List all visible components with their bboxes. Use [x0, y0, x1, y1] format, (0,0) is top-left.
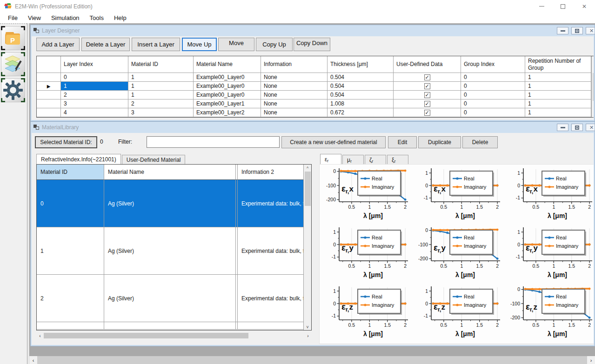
user-defined-cell[interactable]: ✓	[394, 99, 461, 108]
repetition-cell[interactable]: 1	[525, 73, 591, 82]
layer-designer-titlebar[interactable]: Layer Designer	[31, 25, 595, 36]
information-cell[interactable]: None	[261, 73, 328, 82]
column-header[interactable]: Material ID	[128, 56, 194, 73]
material-id-cell[interactable]: 2	[37, 275, 104, 322]
material-id-cell[interactable]: 1	[128, 91, 194, 99]
material-id-cell[interactable]: 1	[37, 227, 104, 275]
menu-help[interactable]: Help	[109, 13, 132, 22]
material-name-cell[interactable]: Example00_Layer0	[194, 73, 261, 82]
layer-index-cell[interactable]: 0	[61, 73, 128, 82]
copy-up-button[interactable]: Copy Up	[256, 38, 293, 51]
column-header[interactable]: Information	[261, 56, 328, 73]
column-header[interactable]	[37, 56, 61, 73]
minimize-icon[interactable]	[531, 0, 552, 13]
information-cell[interactable]: Experimental data: bulk, thic	[238, 227, 304, 275]
edit-button[interactable]: Edit	[388, 136, 417, 148]
column-header[interactable]: Thickness [μm]	[328, 56, 394, 73]
group-index-cell[interactable]: 0	[461, 91, 525, 99]
material-id-cell[interactable]: 2	[128, 99, 194, 108]
minimize-icon[interactable]	[557, 124, 568, 131]
duplicate-button[interactable]: Duplicate	[418, 136, 461, 148]
layer-index-cell[interactable]: 4	[61, 108, 128, 117]
group-index-cell[interactable]: 0	[461, 82, 525, 91]
copy-down-button[interactable]: Copy Down	[294, 38, 330, 51]
row-selector[interactable]: ▶	[37, 82, 61, 91]
scroll-left-icon[interactable]: ‹	[36, 333, 44, 338]
repetition-cell[interactable]: 1	[525, 82, 591, 91]
restore-icon[interactable]	[571, 27, 583, 34]
material-id-cell[interactable]: 1	[128, 82, 194, 91]
layer-index-cell[interactable]: 2	[61, 91, 128, 99]
table-row[interactable]: 01Example00_Layer0None0.504✓01	[37, 73, 594, 82]
menu-file[interactable]: File	[3, 13, 23, 22]
thickness-cell[interactable]: 0.672	[328, 108, 394, 117]
scrollbar-thumb[interactable]	[305, 172, 311, 206]
selected-material-id-button[interactable]: Selected Material ID:	[35, 136, 97, 148]
checkbox-icon[interactable]: ✓	[424, 74, 430, 80]
close-icon[interactable]: ✕	[574, 0, 595, 13]
user-defined-cell[interactable]: ✓	[394, 73, 461, 82]
repetition-cell[interactable]: 1	[525, 99, 591, 108]
close-icon[interactable]: ✕	[586, 27, 595, 34]
row-selector[interactable]	[37, 99, 61, 108]
maximize-icon[interactable]	[552, 0, 574, 13]
chart-tab-0[interactable]: εr	[320, 154, 341, 164]
chart-tab-2[interactable]: ζr	[365, 155, 386, 164]
move-button[interactable]: Move	[218, 38, 254, 51]
minimize-icon[interactable]	[557, 27, 568, 34]
row-selector[interactable]	[37, 91, 61, 99]
column-header[interactable]: Material Name	[104, 165, 236, 180]
create-material-button[interactable]: Create a new user-defined material	[281, 136, 386, 148]
sidebar-item-project[interactable]: P	[1, 26, 25, 50]
material-name-cell[interactable]: Ag (Silver)	[104, 275, 236, 322]
material-id-cell[interactable]: 0	[37, 180, 104, 227]
insert-layer-button[interactable]: Insert a Layer	[132, 38, 180, 51]
material-id-cell[interactable]: 3	[128, 108, 194, 117]
material-name-cell[interactable]: Example00_Layer0	[194, 82, 261, 91]
information-cell[interactable]: None	[261, 108, 328, 117]
checkbox-icon[interactable]: ✓	[424, 92, 430, 98]
layer-grid-vscrollbar[interactable]: ^v	[591, 56, 594, 117]
chart-tab-3[interactable]: ξr	[387, 155, 408, 164]
tab-refractiveindex-info[interactable]: RefractiveIndex.Info(~221001)	[36, 154, 121, 164]
scroll-left-icon[interactable]: ‹	[29, 356, 37, 364]
material-library-titlebar[interactable]: MaterialLibrary	[31, 122, 595, 132]
checkbox-icon[interactable]: ✓	[424, 110, 430, 116]
delete-button[interactable]: Delete	[462, 136, 498, 148]
add-layer-button[interactable]: Add a Layer	[36, 38, 80, 51]
table-row[interactable]: 1Ag (Silver)Experimental data: bulk, thi…	[37, 227, 311, 275]
information-cell[interactable]: Experimental data: bulk, thic	[238, 275, 304, 322]
row-selector[interactable]	[37, 73, 61, 82]
layer-index-cell[interactable]: 1	[61, 82, 128, 91]
sidebar-item-layer-editor[interactable]	[1, 52, 25, 76]
information-cell[interactable]: None	[261, 99, 328, 108]
user-defined-cell[interactable]: ✓	[394, 91, 461, 99]
thickness-cell[interactable]: 1.008	[328, 99, 394, 108]
column-header[interactable]: Information 2	[238, 165, 304, 180]
filter-input[interactable]	[147, 136, 280, 148]
column-header[interactable]: User-Defined Data	[394, 56, 461, 73]
row-selector[interactable]	[37, 108, 61, 117]
user-defined-cell[interactable]: ✓	[394, 108, 461, 117]
repetition-cell[interactable]: 1	[525, 108, 591, 117]
column-header[interactable]: Group Index	[461, 56, 525, 73]
material-grid-hscrollbar[interactable]: ‹ ›	[36, 332, 312, 339]
restore-icon[interactable]	[571, 124, 583, 131]
user-defined-cell[interactable]: ✓	[394, 82, 461, 91]
menu-view[interactable]: View	[23, 13, 46, 22]
material-name-cell[interactable]: Example00_Layer2	[194, 108, 261, 117]
material-name-cell[interactable]: Example00_Layer0	[194, 91, 261, 99]
mdi-hscrollbar[interactable]: ‹ ›	[29, 356, 595, 364]
menu-simulation[interactable]: Simulation	[46, 13, 85, 22]
scroll-up-icon[interactable]: ^	[307, 165, 308, 172]
table-row[interactable]: 32Example00_Layer1None1.008✓01	[37, 99, 594, 108]
tab-user-defined-material[interactable]: User-Defined Material	[122, 155, 186, 164]
sidebar-item-settings[interactable]	[1, 78, 25, 102]
menu-tools[interactable]: Tools	[85, 13, 109, 22]
layer-index-cell[interactable]: 3	[61, 99, 128, 108]
table-row[interactable]: 43Example00_Layer2None0.672✓01	[37, 108, 594, 117]
table-row[interactable]: 2Ag (Silver)Experimental data: bulk, thi…	[37, 275, 311, 322]
material-id-cell[interactable]: 1	[128, 73, 194, 82]
move-up-button[interactable]: Move Up	[182, 38, 217, 51]
material-name-cell[interactable]: Example00_Layer1	[194, 99, 261, 108]
